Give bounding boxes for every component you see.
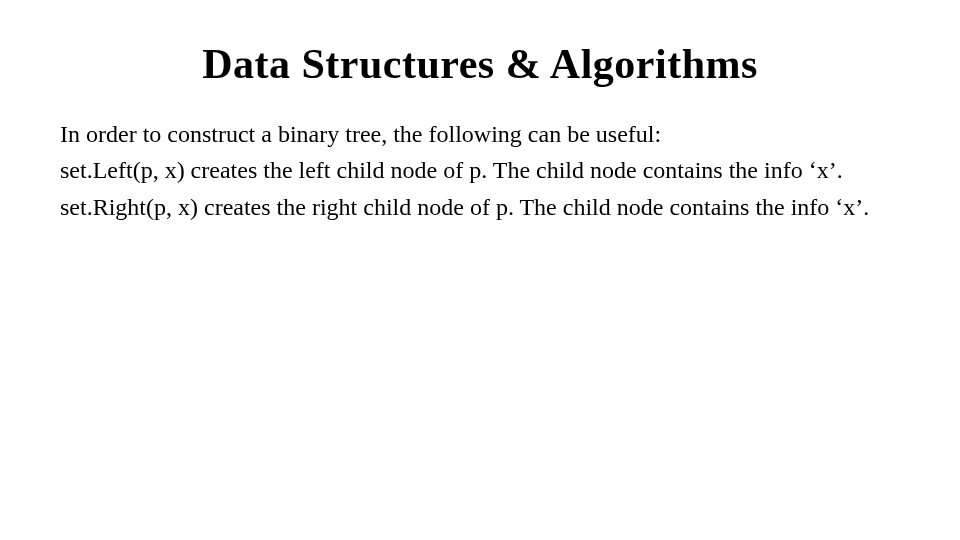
body-paragraph: In order to construct a binary tree, the…	[60, 118, 900, 150]
body-paragraph: set.Right(p, x) creates the right child …	[60, 191, 900, 223]
slide-title: Data Structures & Algorithms	[60, 40, 900, 88]
body-paragraph: set.Left(p, x) creates the left child no…	[60, 154, 900, 186]
slide-container: Data Structures & Algorithms In order to…	[0, 0, 960, 540]
slide-body: In order to construct a binary tree, the…	[60, 118, 900, 223]
